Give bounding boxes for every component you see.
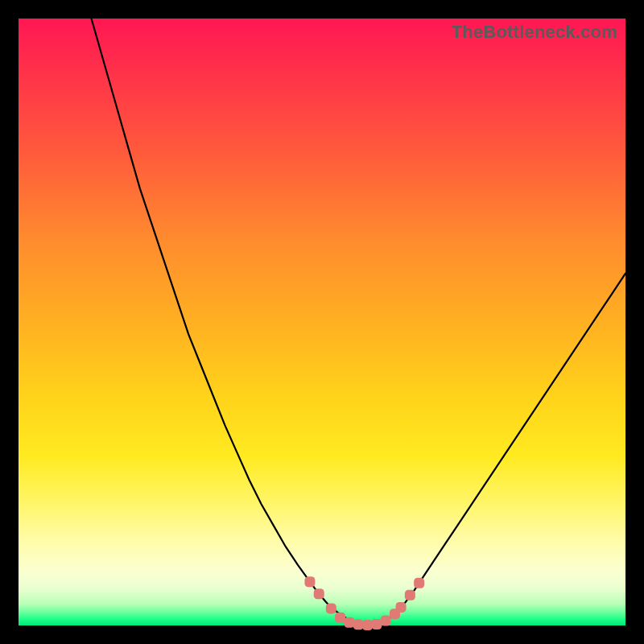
marker-point [335, 613, 345, 623]
marker-point [344, 617, 354, 628]
bottleneck-markers [304, 576, 424, 630]
curve-layer [19, 19, 625, 625]
curve-right [370, 274, 625, 625]
marker-point [381, 615, 391, 625]
marker-point [405, 590, 415, 601]
marker-point [396, 602, 407, 613]
marker-point [314, 588, 324, 599]
marker-point [362, 620, 373, 630]
marker-point [414, 578, 424, 588]
marker-point [326, 603, 336, 613]
marker-point [353, 619, 364, 630]
chart-container: TheBottleneck.com [0, 0, 644, 644]
marker-point [304, 576, 315, 587]
curve-left [91, 19, 370, 625]
marker-point [371, 619, 382, 630]
plot-area: TheBottleneck.com [19, 19, 625, 625]
